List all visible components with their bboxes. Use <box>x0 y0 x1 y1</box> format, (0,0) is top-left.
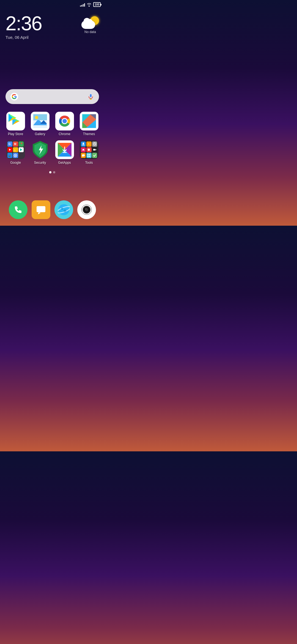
play-store-label: Play Store <box>8 132 23 136</box>
svg-point-38 <box>88 149 90 151</box>
clock-widget: 2:36 Tue, 06 April <box>6 13 42 40</box>
svg-text:=: = <box>88 143 89 146</box>
phone-icon <box>13 205 23 215</box>
page-dot-2[interactable] <box>53 171 55 173</box>
dock <box>0 196 105 226</box>
svg-rect-43 <box>87 154 89 155</box>
page-dots <box>0 171 105 173</box>
svg-rect-47 <box>37 206 45 212</box>
svg-point-51 <box>61 208 63 210</box>
status-bar: 100 <box>0 0 105 8</box>
app-getapps[interactable]: GetApps <box>53 140 76 165</box>
themes-icon <box>80 112 98 130</box>
signal-bars-icon <box>80 3 85 7</box>
svg-rect-1 <box>90 94 92 97</box>
svg-point-52 <box>64 209 66 212</box>
clock-weather-area: 2:36 Tue, 06 April No data <box>0 8 105 40</box>
google-search-bar[interactable] <box>6 89 99 104</box>
svg-marker-22 <box>9 149 11 151</box>
google-folder-label: Google <box>10 161 21 165</box>
app-google-folder[interactable]: G M 📍 △ 📹 Google <box>4 140 27 165</box>
search-container <box>0 89 105 104</box>
app-tools[interactable]: = Tools <box>78 140 100 165</box>
security-icon <box>31 140 50 159</box>
weather-label: No data <box>84 30 96 34</box>
battery-indicator: 100 <box>93 2 101 7</box>
svg-text:📹: 📹 <box>8 154 11 157</box>
weather-icon <box>81 16 99 29</box>
app-play-store[interactable]: Play Store <box>4 112 27 136</box>
security-label: Security <box>34 161 46 165</box>
camera-icon <box>81 204 92 215</box>
browser-icon <box>58 204 70 216</box>
svg-rect-45 <box>87 156 89 157</box>
dock-phone[interactable] <box>9 200 28 219</box>
svg-text:△: △ <box>14 149 16 151</box>
svg-marker-42 <box>82 156 83 157</box>
svg-marker-40 <box>95 149 97 151</box>
svg-point-57 <box>85 208 86 209</box>
gallery-icon <box>31 112 50 130</box>
app-themes[interactable]: Themes <box>78 112 100 136</box>
cloud-icon <box>81 21 95 29</box>
dock-browser[interactable] <box>54 200 73 219</box>
app-security[interactable]: Security <box>29 140 51 165</box>
play-store-icon <box>6 112 25 130</box>
gallery-label: Gallery <box>35 132 45 136</box>
tools-icon: = <box>80 140 98 159</box>
svg-point-49 <box>58 204 69 215</box>
dock-camera[interactable] <box>77 200 96 219</box>
svg-text:📍: 📍 <box>20 142 23 146</box>
chrome-label: Chrome <box>59 132 70 136</box>
svg-marker-48 <box>38 212 41 214</box>
svg-point-9 <box>35 116 38 119</box>
svg-rect-41 <box>82 154 85 156</box>
page-dot-1[interactable] <box>49 171 51 173</box>
app-gallery[interactable]: Gallery <box>29 112 51 136</box>
dock-messages[interactable] <box>32 200 50 219</box>
app-grid: Play Store Gallery <box>0 104 105 165</box>
svg-rect-44 <box>89 154 90 155</box>
svg-text:M: M <box>14 143 16 146</box>
getapps-label: GetApps <box>58 161 71 165</box>
app-chrome[interactable]: Chrome <box>53 112 76 136</box>
clock-time: 2:36 <box>6 13 42 33</box>
svg-marker-24 <box>20 148 22 151</box>
google-folder-icon: G M 📍 △ 📹 <box>6 140 25 159</box>
svg-point-12 <box>62 119 67 123</box>
tools-label: Tools <box>85 161 93 165</box>
svg-point-34 <box>82 143 84 144</box>
svg-rect-39 <box>93 149 95 151</box>
clock-date: Tue, 06 April <box>6 35 42 40</box>
mic-icon[interactable] <box>87 93 94 100</box>
svg-rect-46 <box>89 156 90 157</box>
svg-text:G: G <box>9 143 11 146</box>
themes-label: Themes <box>83 132 95 136</box>
messages-icon <box>36 204 46 215</box>
chrome-icon <box>55 112 74 130</box>
svg-point-27 <box>15 155 16 156</box>
getapps-icon <box>55 140 74 159</box>
weather-widget[interactable]: No data <box>81 13 99 34</box>
google-g-icon <box>10 93 18 100</box>
wifi-icon <box>87 3 92 7</box>
